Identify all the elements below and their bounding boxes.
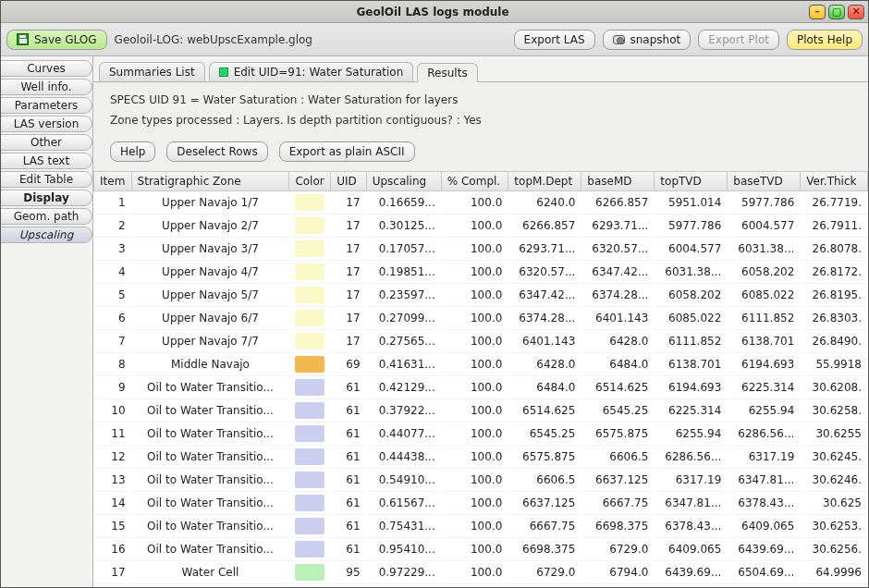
table-row[interactable]: 2Upper Navajo 2/7170.30125...100.06266.8… [94, 214, 868, 238]
cell: 26.8078. [801, 238, 868, 261]
sidebar-item-other[interactable]: Other [1, 134, 92, 151]
window-close-button[interactable]: ✕ [848, 5, 864, 19]
cell: 64.9996 [801, 561, 868, 584]
results-table: ItemStratigraphic ZoneColorUIDUpscaling%… [93, 172, 868, 584]
cell: 6575.875 [508, 446, 581, 469]
table-row[interactable]: 8Middle Navajo690.41631...100.06428.0648… [94, 353, 868, 376]
cell: Oil to Water Transitio... [131, 446, 289, 469]
sidebar-item-display[interactable]: Display [1, 190, 92, 206]
tab-edit-uid-label: Edit UID=91: Water Saturation [234, 66, 404, 79]
sidebar-item-well-info[interactable]: Well info. [1, 79, 92, 95]
cell: 6 [94, 307, 132, 330]
column-header[interactable]: topTVD [655, 172, 728, 191]
color-swatch-cell [289, 238, 331, 261]
color-swatch-cell [289, 561, 331, 584]
table-row[interactable]: 12Oil to Water Transitio...610.44438...1… [94, 446, 868, 469]
cell: 6637.125 [581, 469, 655, 492]
table-header-row: ItemStratigraphic ZoneColorUIDUpscaling%… [94, 172, 868, 191]
cell: 26.8490. [801, 330, 868, 353]
table-row[interactable]: 1Upper Navajo 1/7170.16659...100.06240.0… [94, 191, 868, 214]
cell: 6374.28... [581, 284, 655, 307]
column-header[interactable]: Color [289, 172, 331, 191]
app-window: GeolOil LAS logs module – ▢ ✕ Save GLOG … [0, 0, 869, 588]
color-swatch-cell [289, 446, 331, 469]
cell: 100.0 [441, 307, 508, 330]
sidebar-item-las-text[interactable]: LAS text [1, 153, 92, 169]
cell: 26.8195. [801, 284, 868, 307]
cell: 0.54910... [366, 469, 441, 492]
cell: Upper Navajo 2/7 [131, 214, 289, 238]
table-row[interactable]: 5Upper Navajo 5/7170.23597...100.06347.4… [94, 284, 868, 307]
cell: 6401.143 [508, 330, 581, 353]
column-header[interactable]: baseMD [581, 172, 655, 191]
cell: 6058.202 [655, 284, 728, 307]
table-row[interactable]: 14Oil to Water Transitio...610.61567...1… [94, 492, 868, 515]
cell: 17 [331, 191, 366, 214]
table-row[interactable]: 15Oil to Water Transitio...610.75431...1… [94, 515, 868, 538]
column-header[interactable]: Stratigraphic Zone [131, 172, 289, 191]
help-button[interactable]: Help [110, 141, 155, 162]
deselect-rows-button[interactable]: Deselect Rows [166, 141, 267, 162]
column-header[interactable]: UID [331, 172, 366, 191]
cell: Oil to Water Transitio... [131, 469, 289, 492]
table-row[interactable]: 16Oil to Water Transitio...610.95410...1… [94, 538, 868, 561]
cell: 6606.5 [508, 469, 581, 492]
cell: 61 [331, 492, 366, 515]
cell: 6729.0 [508, 561, 581, 584]
cell: 0.97229... [366, 561, 441, 584]
sidebar-item-curves[interactable]: Curves [1, 60, 92, 77]
cell: Upper Navajo 6/7 [131, 307, 289, 330]
table-row[interactable]: 11Oil to Water Transitio...610.44077...1… [94, 423, 868, 446]
plots-help-button[interactable]: Plots Help [787, 30, 863, 50]
sidebar-item-upscaling[interactable]: Upscaling [1, 227, 92, 243]
cell: 6111.852 [655, 330, 728, 353]
cell: 7 [94, 330, 132, 353]
tab-results[interactable]: Results [417, 63, 477, 82]
column-header[interactable]: baseTVD [728, 172, 801, 191]
table-row[interactable]: 3Upper Navajo 3/7170.17057...100.06293.7… [94, 238, 868, 261]
cell: 6031.38... [728, 238, 801, 261]
color-swatch [295, 240, 324, 257]
sidebar-item-edit-table[interactable]: Edit Table [1, 171, 92, 188]
save-glog-button[interactable]: Save GLOG [6, 30, 107, 50]
color-swatch [295, 448, 324, 465]
table-row[interactable]: 6Upper Navajo 6/7170.27099...100.06374.2… [94, 307, 868, 330]
table-row[interactable]: 9Oil to Water Transitio...610.42129...10… [94, 376, 868, 399]
cell: Oil to Water Transitio... [131, 492, 289, 515]
cell: 6004.577 [728, 214, 801, 238]
sidebar-item-parameters[interactable]: Parameters [1, 97, 92, 114]
table-row[interactable]: 10Oil to Water Transitio...610.37922...1… [94, 399, 868, 423]
cell: 61 [331, 538, 366, 561]
color-swatch-cell [289, 515, 331, 538]
table-row[interactable]: 17Water Cell950.97229...100.06729.06794.… [94, 561, 868, 584]
column-header[interactable]: topM.Dept [508, 172, 581, 191]
cell: 9 [94, 376, 132, 399]
tab-summaries-list[interactable]: Summaries List [99, 62, 205, 81]
tab-bar: Summaries List Edit UID=91: Water Satura… [93, 56, 868, 82]
table-row[interactable]: 13Oil to Water Transitio...610.54910...1… [94, 469, 868, 492]
snapshot-button[interactable]: snapshot [603, 30, 692, 50]
color-swatch-cell [289, 261, 331, 284]
export-las-button[interactable]: Export LAS [514, 30, 595, 50]
sidebar-item-las-version[interactable]: LAS version [1, 116, 92, 132]
cell: 6545.25 [581, 399, 655, 423]
cell: 100.0 [441, 376, 508, 399]
window-minimize-button[interactable]: – [809, 5, 826, 19]
cell: 6347.42... [508, 284, 581, 307]
color-swatch-cell [289, 284, 331, 307]
sidebar-item-geom-path[interactable]: Geom. path [1, 208, 92, 225]
cell: 6255.94 [655, 423, 728, 446]
tab-edit-uid[interactable]: Edit UID=91: Water Saturation [209, 62, 414, 81]
color-swatch [295, 564, 324, 581]
cell: 6428.0 [508, 353, 581, 376]
table-row[interactable]: 7Upper Navajo 7/7170.27565...100.06401.1… [94, 330, 868, 353]
table-row[interactable]: 4Upper Navajo 4/7170.19851...100.06320.5… [94, 261, 868, 284]
column-header[interactable]: Upscaling [366, 172, 441, 191]
column-header[interactable]: Item [94, 172, 132, 191]
sidebar: CurvesWell info.ParametersLAS versionOth… [1, 56, 93, 587]
column-header[interactable]: Ver.Thick [801, 172, 868, 191]
column-header[interactable]: % Compl. [441, 172, 508, 191]
cell: 6004.577 [655, 238, 728, 261]
export-ascii-button[interactable]: Export as plain ASCII [279, 141, 415, 162]
window-maximize-button[interactable]: ▢ [828, 5, 845, 19]
